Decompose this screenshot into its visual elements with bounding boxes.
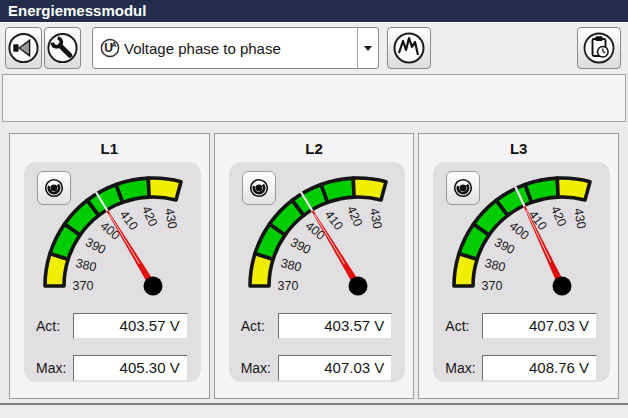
max-row: Max: 405.30 V bbox=[36, 355, 188, 381]
svg-text:380: 380 bbox=[74, 256, 98, 274]
reset-max-pointer-button[interactable] bbox=[446, 171, 480, 205]
act-row: Act: 403.57 V bbox=[36, 313, 188, 339]
svg-text:430: 430 bbox=[162, 207, 179, 230]
max-label: Max: bbox=[241, 360, 278, 376]
max-value: 407.03 V bbox=[278, 355, 393, 381]
svg-text:420: 420 bbox=[139, 204, 160, 229]
max-label: Max: bbox=[445, 360, 482, 376]
act-label: Act: bbox=[445, 318, 482, 334]
bullseye-icon bbox=[248, 177, 270, 199]
audio-button[interactable] bbox=[5, 27, 42, 69]
svg-text:A: A bbox=[112, 41, 117, 48]
max-value: 408.76 V bbox=[482, 355, 597, 381]
act-value: 407.03 V bbox=[482, 313, 597, 339]
gauge-widget: 370380390400410420430 Act: 403.57 V Max:… bbox=[229, 162, 406, 382]
message-area-wrap bbox=[0, 73, 628, 123]
phase-title: L1 bbox=[10, 134, 209, 162]
message-area bbox=[2, 74, 626, 122]
toolbar: U A Voltage phase to phase bbox=[0, 22, 628, 73]
svg-text:390: 390 bbox=[492, 235, 517, 257]
footer-strip bbox=[0, 405, 628, 418]
wrench-icon bbox=[45, 30, 80, 66]
svg-text:390: 390 bbox=[83, 235, 108, 257]
act-value: 403.57 V bbox=[278, 313, 393, 339]
act-label: Act: bbox=[241, 318, 278, 334]
bullseye-icon bbox=[43, 177, 65, 199]
speaker-icon bbox=[6, 30, 41, 66]
svg-text:380: 380 bbox=[279, 256, 303, 274]
reset-max-pointer-button[interactable] bbox=[242, 171, 276, 205]
act-label: Act: bbox=[36, 318, 73, 334]
svg-text:430: 430 bbox=[367, 207, 384, 230]
svg-text:420: 420 bbox=[344, 204, 365, 229]
window-titlebar: Energiemessmodul bbox=[0, 0, 628, 22]
phase-title: L3 bbox=[419, 134, 618, 162]
schedule-button[interactable] bbox=[577, 27, 621, 69]
svg-text:430: 430 bbox=[571, 207, 588, 230]
svg-text:380: 380 bbox=[484, 256, 508, 274]
waveform-icon bbox=[391, 30, 427, 66]
gauge-widget: 370380390400410420430 Act: 407.03 V Max:… bbox=[433, 162, 610, 382]
chevron-down-icon bbox=[364, 46, 372, 51]
phase-panel-l3: L3 370380390400410420430 Act: 407.03 V M… bbox=[418, 133, 619, 399]
clipboard-clock-icon bbox=[581, 30, 617, 66]
svg-text:390: 390 bbox=[288, 235, 313, 257]
settings-button[interactable] bbox=[44, 27, 81, 69]
gauge-panels-area: L1 370380390400410420430 Act: 403.57 V M… bbox=[0, 123, 628, 405]
reset-max-pointer-button[interactable] bbox=[37, 171, 71, 205]
dropdown-arrow-button[interactable] bbox=[357, 28, 378, 68]
max-row: Max: 408.76 V bbox=[445, 355, 597, 381]
phase-title: L2 bbox=[215, 134, 414, 162]
phase-panel-l2: L2 370380390400410420430 Act: 403.57 V M… bbox=[214, 133, 415, 399]
act-value: 403.57 V bbox=[73, 313, 188, 339]
u-phase-icon: U A bbox=[99, 37, 121, 59]
gauge-widget: 370380390400410420430 Act: 403.57 V Max:… bbox=[24, 162, 201, 382]
svg-text:400: 400 bbox=[507, 219, 532, 243]
svg-text:370: 370 bbox=[73, 279, 94, 293]
curve-button[interactable] bbox=[387, 27, 431, 69]
act-row: Act: 407.03 V bbox=[445, 313, 597, 339]
act-row: Act: 403.57 V bbox=[241, 313, 393, 339]
max-label: Max: bbox=[36, 360, 73, 376]
svg-text:370: 370 bbox=[482, 279, 503, 293]
svg-text:420: 420 bbox=[548, 204, 569, 229]
max-row: Max: 407.03 V bbox=[241, 355, 393, 381]
phase-panel-l1: L1 370380390400410420430 Act: 403.57 V M… bbox=[9, 133, 210, 399]
window-title: Energiemessmodul bbox=[8, 2, 146, 19]
measurement-dropdown[interactable]: U A Voltage phase to phase bbox=[92, 27, 379, 69]
bullseye-icon bbox=[452, 177, 474, 199]
svg-text:370: 370 bbox=[277, 279, 298, 293]
measurement-dropdown-value: Voltage phase to phase bbox=[124, 40, 357, 57]
max-value: 405.30 V bbox=[73, 355, 188, 381]
